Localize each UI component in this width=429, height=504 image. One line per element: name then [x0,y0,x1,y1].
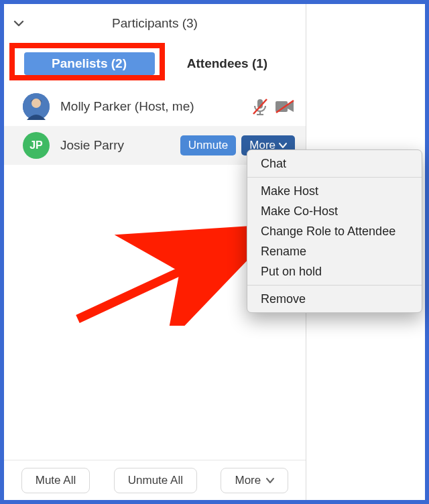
menu-remove[interactable]: Remove [247,289,422,309]
unmute-all-button[interactable]: Unmute All [114,468,197,493]
menu-remove-label: Remove [261,292,306,306]
menu-hold-label: Put on hold [261,265,322,278]
avatar [23,93,50,120]
mute-all-button[interactable]: Mute All [21,468,90,493]
participant-row: Molly Parker (Host, me) [4,87,306,126]
menu-rename-label: Rename [261,245,306,258]
mute-all-label: Mute All [36,474,76,487]
footer-more-button[interactable]: More [221,468,288,493]
panel-header: Participants (3) [4,4,306,43]
tab-panelists[interactable]: Panelists (2) [24,52,155,75]
tab-attendees-label: Attendees (1) [187,56,267,70]
panel-footer: Mute All Unmute All More [4,460,306,500]
menu-rename[interactable]: Rename [247,241,422,261]
mic-muted-icon [252,98,268,115]
menu-make-cohost[interactable]: Make Co-Host [247,201,422,221]
menu-chat-label: Chat [261,157,286,170]
participant-context-menu: Chat Make Host Make Co-Host Change Role … [247,149,422,313]
menu-make-cohost-label: Make Co-Host [261,204,338,218]
menu-separator [247,177,422,178]
unmute-button[interactable]: Unmute [180,135,237,155]
tab-attendees[interactable]: Attendees (1) [162,56,292,71]
tab-panelists-container: Panelists (2) [16,46,162,82]
collapse-toggle[interactable] [13,19,31,27]
svg-point-1 [32,99,41,108]
menu-make-host[interactable]: Make Host [247,181,422,201]
participant-name: Molly Parker (Host, me) [60,99,194,114]
panel-title: Participants (3) [31,16,296,31]
participant-name: Josie Parry [60,138,124,153]
video-off-icon [275,99,295,114]
avatar-initials: JP [29,139,43,151]
menu-put-on-hold[interactable]: Put on hold [247,261,422,281]
menu-make-host-label: Make Host [261,184,318,198]
tab-panelists-label: Panelists (2) [52,56,127,71]
avatar: JP [23,132,50,159]
menu-change-role[interactable]: Change Role to Attendee [247,221,422,241]
menu-change-role-label: Change Role to Attendee [261,225,395,238]
chevron-down-icon [266,474,274,487]
status-icons [252,98,295,115]
menu-chat[interactable]: Chat [247,153,422,174]
unmute-label: Unmute [188,139,229,152]
tabs-row: Panelists (2) Attendees (1) [4,43,306,83]
footer-more-label: More [235,474,261,487]
unmute-all-label: Unmute All [128,474,183,487]
menu-separator [247,285,422,286]
screenshot-frame: Participants (3) Panelists (2) Attendees… [0,0,429,504]
